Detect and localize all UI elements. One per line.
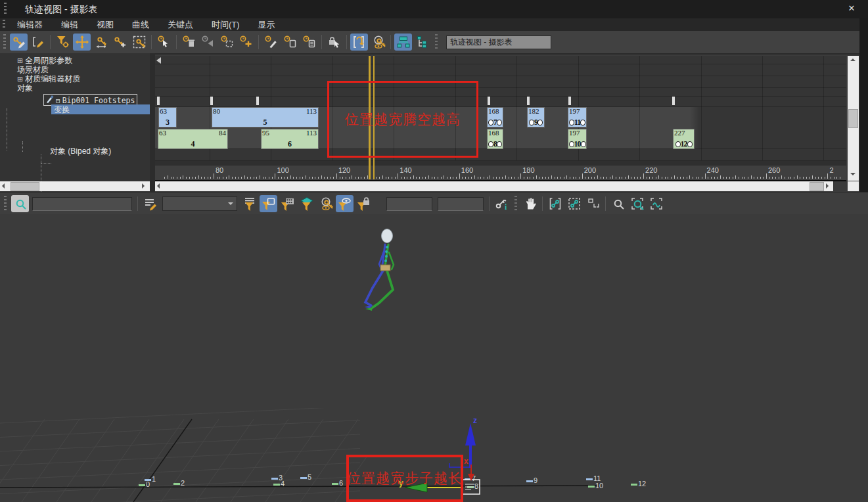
footstep-key-marker[interactable]: [488, 97, 490, 105]
tree-item-7[interactable]: 对象 (Biped 对象): [50, 146, 111, 157]
select-time-button[interactable]: [155, 34, 173, 51]
insert-time-button[interactable]: [237, 34, 255, 51]
footstep-foot-icon[interactable]: [332, 483, 338, 485]
add-keys-button[interactable]: [111, 34, 129, 51]
footstep-number-12[interactable]: 12: [638, 480, 646, 488]
filter-visible-button[interactable]: [336, 195, 354, 212]
menu-item-6[interactable]: 时间(T): [202, 18, 249, 31]
filters-button[interactable]: [54, 34, 72, 51]
toolbar-grip[interactable]: [4, 196, 7, 212]
copy-time-button[interactable]: [281, 34, 299, 51]
footstep-block-6[interactable]: 951136: [261, 129, 319, 149]
key-value-field[interactable]: [438, 197, 484, 211]
footstep-key-marker[interactable]: [527, 97, 530, 105]
lock-selection-button[interactable]: [325, 34, 343, 51]
key-info-button[interactable]: i: [493, 195, 511, 212]
menu-item-7[interactable]: 显示: [249, 18, 285, 31]
footstep-block-11[interactable]: 19711: [568, 107, 587, 127]
footstep-key-marker[interactable]: [672, 97, 675, 105]
track-hscroll-thumb[interactable]: [810, 182, 824, 191]
key-time-field[interactable]: [386, 197, 432, 211]
pan-button[interactable]: [521, 195, 539, 212]
scale-time-button[interactable]: [218, 34, 236, 51]
scroll-left-icon[interactable]: [157, 183, 160, 189]
footstep-number-2[interactable]: 2: [181, 479, 185, 487]
track-set-dropdown[interactable]: [162, 196, 237, 211]
footstep-foot-icon[interactable]: [300, 477, 307, 479]
footstep-key-marker[interactable]: [210, 97, 213, 105]
tree-item-6[interactable]: 变换: [51, 104, 150, 114]
titlebar-grip[interactable]: [4, 3, 7, 16]
scroll-right-icon[interactable]: [826, 183, 829, 189]
panel-splitter[interactable]: [150, 53, 155, 192]
menu-item-2[interactable]: 编辑: [52, 18, 87, 31]
filter-anim-button[interactable]: [279, 195, 296, 212]
footstep-key-marker[interactable]: [256, 97, 259, 105]
track-hscrollbar[interactable]: [155, 181, 833, 191]
close-icon[interactable]: ✕: [844, 3, 859, 15]
footstep-number-10[interactable]: 10: [595, 482, 603, 490]
footstep-foot-icon[interactable]: [586, 478, 593, 480]
track-vscrollbar[interactable]: [848, 56, 859, 181]
time-ruler[interactable]: 801001201401601802002202402602: [155, 166, 846, 181]
viewport-3d[interactable]: 0123456789111012: [0, 214, 868, 502]
scroll-left-icon[interactable]: [2, 183, 5, 189]
move-keys-button[interactable]: [73, 34, 91, 51]
scroll-right-icon[interactable]: [142, 183, 145, 189]
footstep-block-12[interactable]: 22712: [673, 129, 695, 149]
slide-keys-button[interactable]: [92, 34, 110, 51]
tree-hscrollbar[interactable]: [0, 181, 150, 191]
tree-item-4[interactable]: 对象: [17, 83, 33, 94]
zoom-button[interactable]: [609, 195, 627, 212]
track-name-input[interactable]: [32, 197, 132, 211]
footstep-block-10[interactable]: 19710: [568, 129, 587, 149]
expand-toggle-icon[interactable]: ⊞: [17, 57, 23, 64]
zoom-horiz-extents-keys-button[interactable]: [546, 195, 564, 212]
edit-keys-button[interactable]: [10, 34, 28, 51]
edit-time-button[interactable]: [29, 34, 47, 51]
reverse-time-button[interactable]: [199, 34, 217, 51]
footstep-number-9[interactable]: 9: [534, 476, 537, 484]
menu-item-4[interactable]: 曲线: [123, 18, 158, 31]
footstep-block-4[interactable]: 63844: [158, 129, 228, 149]
footstep-block-9[interactable]: 1829: [527, 107, 545, 127]
menu-item-5[interactable]: 关键点: [158, 18, 202, 31]
footstep-foot-icon[interactable]: [139, 484, 145, 486]
footstep-foot-icon[interactable]: [631, 484, 637, 486]
zoom-curve-button[interactable]: [647, 195, 665, 212]
menu-item-3[interactable]: 视图: [87, 18, 123, 31]
menubar-grip[interactable]: [3, 20, 5, 30]
toolbar-grip[interactable]: [3, 34, 6, 50]
zoom-value-extents-button[interactable]: [565, 195, 583, 212]
footstep-foot-icon[interactable]: [526, 480, 533, 482]
snap-frames-button[interactable]: [350, 34, 368, 51]
footstep-number-4[interactable]: 4: [281, 480, 285, 488]
footstep-number-1[interactable]: 1: [152, 475, 156, 483]
scale-keys-button[interactable]: [130, 34, 148, 51]
footstep-foot-icon[interactable]: [271, 478, 278, 480]
filter-lines-button[interactable]: [240, 195, 258, 212]
tree-hscroll-thumb[interactable]: [11, 182, 39, 191]
footstep-number-0[interactable]: 0: [146, 480, 150, 488]
delete-time-button[interactable]: [180, 34, 198, 51]
scroll-up-icon[interactable]: [850, 58, 856, 61]
paste-time-button[interactable]: [300, 34, 318, 51]
expand-toggle-icon[interactable]: ⊞: [17, 75, 23, 83]
show-keyable-button[interactable]: [369, 34, 387, 51]
show-keyable-tracks-button[interactable]: [317, 195, 334, 212]
zoom-selected-button[interactable]: [11, 195, 29, 212]
footstep-number-6[interactable]: 6: [339, 479, 343, 487]
filter-lock-button[interactable]: [355, 195, 373, 212]
edit-track-set-button[interactable]: [141, 195, 159, 212]
footstep-foot-icon[interactable]: [173, 483, 180, 485]
footstep-block-3[interactable]: 633: [158, 107, 177, 127]
footstep-block-5[interactable]: 801135: [212, 107, 319, 127]
footstep-foot-icon[interactable]: [588, 486, 595, 488]
isolate-curve-button[interactable]: [584, 195, 602, 212]
hierarchy-button[interactable]: [394, 34, 412, 51]
footstep-key-marker[interactable]: [568, 97, 571, 105]
track-vscroll-thumb[interactable]: [848, 109, 858, 128]
cut-time-button[interactable]: [262, 34, 280, 51]
scroll-down-icon[interactable]: [850, 173, 856, 175]
footstep-number-5[interactable]: 5: [308, 473, 311, 481]
